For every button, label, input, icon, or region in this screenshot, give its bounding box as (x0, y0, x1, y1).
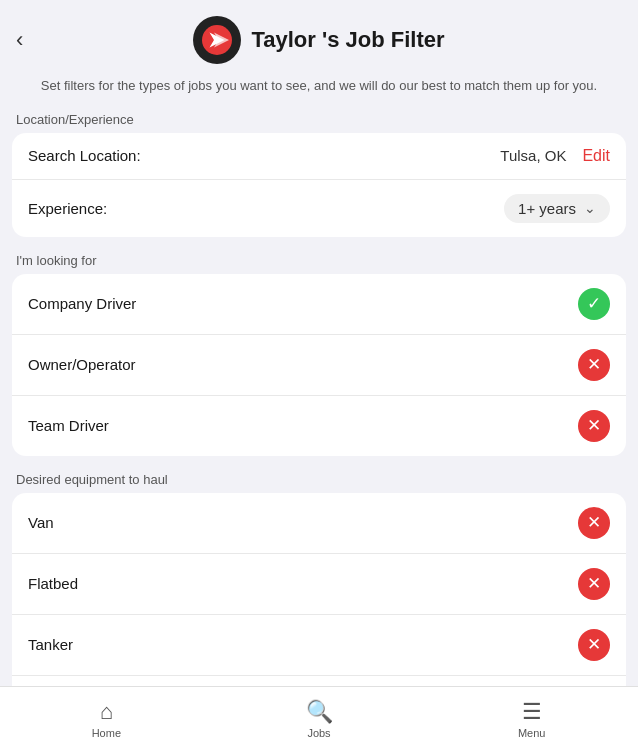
edit-location-button[interactable]: Edit (582, 147, 610, 165)
list-item[interactable]: Flatbed ✕ (12, 554, 626, 615)
app-logo (193, 16, 241, 64)
company-driver-label: Company Driver (28, 295, 136, 312)
experience-row: Experience: 1+ years ⌄ (12, 180, 626, 237)
tanker-label: Tanker (28, 636, 73, 653)
x-icon: ✕ (578, 349, 610, 381)
chevron-down-icon: ⌄ (584, 200, 596, 216)
jobs-label: Jobs (307, 727, 330, 739)
subtitle-text: Set filters for the types of jobs you wa… (0, 72, 638, 112)
back-button[interactable]: ‹ (16, 27, 23, 53)
home-label: Home (92, 727, 121, 739)
location-card: Search Location: Tulsa, OK Edit Experien… (12, 133, 626, 237)
location-section-label: Location/Experience (0, 112, 638, 133)
list-item[interactable]: Company Driver ✓ (12, 274, 626, 335)
home-icon: ⌂ (100, 699, 113, 725)
nav-menu[interactable]: ☰ Menu (425, 699, 638, 739)
team-driver-label: Team Driver (28, 417, 109, 434)
list-item[interactable]: Owner/Operator ✕ (12, 335, 626, 396)
list-item[interactable]: Tanker ✕ (12, 615, 626, 676)
menu-icon: ☰ (522, 699, 542, 725)
van-label: Van (28, 514, 54, 531)
bottom-nav: ⌂ Home 🔍 Jobs ☰ Menu (0, 686, 638, 750)
header: ‹ Taylor 's Job Filter (0, 0, 638, 72)
owner-operator-label: Owner/Operator (28, 356, 136, 373)
menu-label: Menu (518, 727, 546, 739)
nav-jobs[interactable]: 🔍 Jobs (213, 699, 426, 739)
main-content: Location/Experience Search Location: Tul… (0, 112, 638, 751)
x-icon: ✕ (578, 410, 610, 442)
looking-for-card: Company Driver ✓ Owner/Operator ✕ Team D… (12, 274, 626, 456)
list-item[interactable]: Van ✕ (12, 493, 626, 554)
flatbed-label: Flatbed (28, 575, 78, 592)
x-icon: ✕ (578, 629, 610, 661)
search-location-row: Search Location: Tulsa, OK Edit (12, 133, 626, 180)
equipment-section-label: Desired equipment to haul (0, 472, 638, 493)
x-icon: ✕ (578, 507, 610, 539)
looking-for-label: I'm looking for (0, 253, 638, 274)
experience-value: 1+ years (518, 200, 576, 217)
list-item[interactable]: Team Driver ✕ (12, 396, 626, 456)
experience-dropdown[interactable]: 1+ years ⌄ (504, 194, 610, 223)
jobs-icon: 🔍 (306, 699, 333, 725)
search-location-label: Search Location: (28, 147, 141, 164)
page-title: Taylor 's Job Filter (251, 27, 444, 53)
search-location-value: Tulsa, OK (500, 147, 566, 164)
experience-label: Experience: (28, 200, 107, 217)
check-icon: ✓ (578, 288, 610, 320)
x-icon: ✕ (578, 568, 610, 600)
nav-home[interactable]: ⌂ Home (0, 699, 213, 739)
